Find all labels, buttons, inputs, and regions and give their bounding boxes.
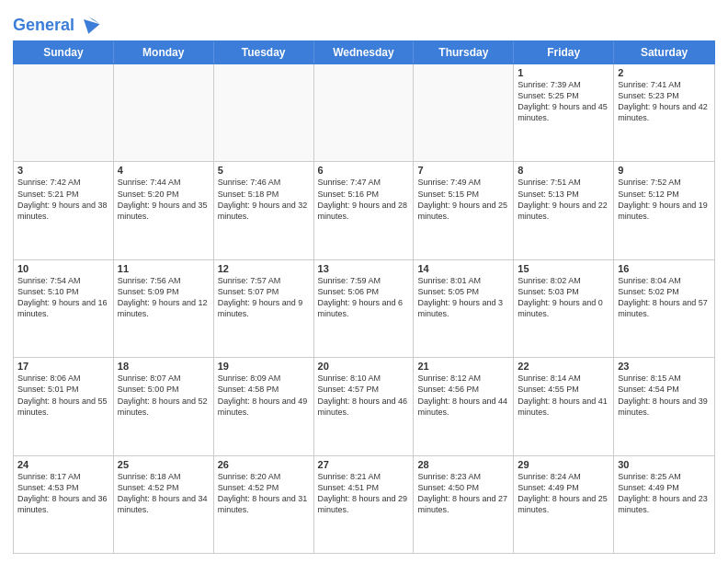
weekday-header-monday: Monday bbox=[114, 41, 214, 63]
day-number: 8 bbox=[518, 165, 609, 176]
cell-info: Sunrise: 8:04 AM Sunset: 5:02 PM Dayligh… bbox=[618, 275, 711, 320]
day-number: 4 bbox=[118, 165, 210, 176]
cell-info: Sunrise: 7:52 AM Sunset: 5:12 PM Dayligh… bbox=[618, 177, 711, 222]
cell-info: Sunrise: 8:07 AM Sunset: 5:00 PM Dayligh… bbox=[118, 373, 210, 418]
calendar-day-21: 21Sunrise: 8:12 AM Sunset: 4:56 PM Dayli… bbox=[414, 358, 514, 454]
day-number: 18 bbox=[118, 361, 210, 372]
day-number: 7 bbox=[417, 165, 509, 176]
calendar-day-5: 5Sunrise: 7:46 AM Sunset: 5:18 PM Daylig… bbox=[214, 162, 314, 259]
day-number: 19 bbox=[218, 361, 310, 372]
calendar-empty-cell bbox=[114, 64, 214, 161]
calendar-day-26: 26Sunrise: 8:20 AM Sunset: 4:52 PM Dayli… bbox=[214, 456, 314, 553]
weekday-header-saturday: Saturday bbox=[614, 41, 714, 63]
day-number: 20 bbox=[318, 361, 410, 372]
day-number: 22 bbox=[518, 361, 609, 372]
calendar-row-1: 1Sunrise: 7:39 AM Sunset: 5:25 PM Daylig… bbox=[14, 64, 714, 162]
calendar-row-4: 17Sunrise: 8:06 AM Sunset: 5:01 PM Dayli… bbox=[14, 358, 714, 455]
day-number: 30 bbox=[618, 459, 711, 470]
header: General bbox=[13, 9, 715, 35]
cell-info: Sunrise: 8:15 AM Sunset: 4:54 PM Dayligh… bbox=[618, 373, 711, 418]
day-number: 27 bbox=[318, 459, 410, 470]
cell-info: Sunrise: 7:44 AM Sunset: 5:20 PM Dayligh… bbox=[118, 177, 210, 222]
calendar-day-16: 16Sunrise: 8:04 AM Sunset: 5:02 PM Dayli… bbox=[614, 260, 714, 357]
cell-info: Sunrise: 8:24 AM Sunset: 4:49 PM Dayligh… bbox=[518, 471, 609, 516]
cell-info: Sunrise: 8:25 AM Sunset: 4:49 PM Dayligh… bbox=[618, 471, 711, 516]
day-number: 15 bbox=[518, 263, 609, 274]
cell-info: Sunrise: 7:56 AM Sunset: 5:09 PM Dayligh… bbox=[118, 275, 210, 320]
day-number: 2 bbox=[618, 67, 711, 78]
calendar-row-5: 24Sunrise: 8:17 AM Sunset: 4:53 PM Dayli… bbox=[14, 456, 714, 553]
calendar-day-18: 18Sunrise: 8:07 AM Sunset: 5:00 PM Dayli… bbox=[114, 358, 214, 454]
calendar-day-8: 8Sunrise: 7:51 AM Sunset: 5:13 PM Daylig… bbox=[514, 162, 614, 259]
calendar-day-22: 22Sunrise: 8:14 AM Sunset: 4:55 PM Dayli… bbox=[514, 358, 614, 454]
day-number: 21 bbox=[417, 361, 509, 372]
day-number: 9 bbox=[618, 165, 711, 176]
cell-info: Sunrise: 7:42 AM Sunset: 5:21 PM Dayligh… bbox=[17, 177, 109, 222]
day-number: 23 bbox=[618, 361, 711, 372]
logo-icon bbox=[77, 13, 103, 39]
day-number: 3 bbox=[17, 165, 109, 176]
weekday-header-tuesday: Tuesday bbox=[214, 41, 314, 63]
day-number: 17 bbox=[17, 361, 109, 372]
calendar-day-1: 1Sunrise: 7:39 AM Sunset: 5:25 PM Daylig… bbox=[514, 64, 614, 161]
day-number: 10 bbox=[17, 263, 109, 274]
day-number: 11 bbox=[118, 263, 210, 274]
svg-marker-0 bbox=[84, 19, 100, 34]
calendar-day-11: 11Sunrise: 7:56 AM Sunset: 5:09 PM Dayli… bbox=[114, 260, 214, 357]
day-number: 13 bbox=[318, 263, 410, 274]
weekday-header-wednesday: Wednesday bbox=[314, 41, 415, 63]
day-number: 25 bbox=[118, 459, 210, 470]
day-number: 29 bbox=[518, 459, 609, 470]
logo-text: General bbox=[13, 17, 74, 35]
calendar-day-10: 10Sunrise: 7:54 AM Sunset: 5:10 PM Dayli… bbox=[14, 260, 114, 357]
day-number: 5 bbox=[218, 165, 310, 176]
calendar-day-25: 25Sunrise: 8:18 AM Sunset: 4:52 PM Dayli… bbox=[114, 456, 214, 553]
calendar-day-17: 17Sunrise: 8:06 AM Sunset: 5:01 PM Dayli… bbox=[14, 358, 114, 454]
cell-info: Sunrise: 8:17 AM Sunset: 4:53 PM Dayligh… bbox=[17, 471, 109, 516]
day-number: 6 bbox=[318, 165, 410, 176]
cell-info: Sunrise: 8:01 AM Sunset: 5:05 PM Dayligh… bbox=[417, 275, 509, 320]
cell-info: Sunrise: 7:39 AM Sunset: 5:25 PM Dayligh… bbox=[518, 79, 609, 124]
cell-info: Sunrise: 7:46 AM Sunset: 5:18 PM Dayligh… bbox=[218, 177, 310, 222]
calendar-empty-cell bbox=[14, 64, 114, 161]
calendar: SundayMondayTuesdayWednesdayThursdayFrid… bbox=[13, 40, 715, 554]
cell-info: Sunrise: 7:47 AM Sunset: 5:16 PM Dayligh… bbox=[318, 177, 410, 222]
cell-info: Sunrise: 7:49 AM Sunset: 5:15 PM Dayligh… bbox=[417, 177, 509, 222]
cell-info: Sunrise: 8:18 AM Sunset: 4:52 PM Dayligh… bbox=[118, 471, 210, 516]
cell-info: Sunrise: 7:41 AM Sunset: 5:23 PM Dayligh… bbox=[618, 79, 711, 124]
calendar-day-6: 6Sunrise: 7:47 AM Sunset: 5:16 PM Daylig… bbox=[314, 162, 415, 259]
cell-info: Sunrise: 7:54 AM Sunset: 5:10 PM Dayligh… bbox=[17, 275, 109, 320]
page: General SundayMondayTuesdayWednesdayThur… bbox=[0, 0, 728, 563]
calendar-day-12: 12Sunrise: 7:57 AM Sunset: 5:07 PM Dayli… bbox=[214, 260, 314, 357]
calendar-day-30: 30Sunrise: 8:25 AM Sunset: 4:49 PM Dayli… bbox=[614, 456, 714, 553]
calendar-day-7: 7Sunrise: 7:49 AM Sunset: 5:15 PM Daylig… bbox=[414, 162, 514, 259]
calendar-empty-cell bbox=[214, 64, 314, 161]
logo: General bbox=[13, 13, 103, 35]
calendar-day-24: 24Sunrise: 8:17 AM Sunset: 4:53 PM Dayli… bbox=[14, 456, 114, 553]
cell-info: Sunrise: 8:21 AM Sunset: 4:51 PM Dayligh… bbox=[318, 471, 410, 516]
calendar-day-14: 14Sunrise: 8:01 AM Sunset: 5:05 PM Dayli… bbox=[414, 260, 514, 357]
calendar-day-2: 2Sunrise: 7:41 AM Sunset: 5:23 PM Daylig… bbox=[614, 64, 714, 161]
cell-info: Sunrise: 8:06 AM Sunset: 5:01 PM Dayligh… bbox=[17, 373, 109, 418]
calendar-day-4: 4Sunrise: 7:44 AM Sunset: 5:20 PM Daylig… bbox=[114, 162, 214, 259]
calendar-day-15: 15Sunrise: 8:02 AM Sunset: 5:03 PM Dayli… bbox=[514, 260, 614, 357]
calendar-day-28: 28Sunrise: 8:23 AM Sunset: 4:50 PM Dayli… bbox=[414, 456, 514, 553]
calendar-day-13: 13Sunrise: 7:59 AM Sunset: 5:06 PM Dayli… bbox=[314, 260, 415, 357]
weekday-header-thursday: Thursday bbox=[414, 41, 514, 63]
calendar-empty-cell bbox=[314, 64, 415, 161]
calendar-row-3: 10Sunrise: 7:54 AM Sunset: 5:10 PM Dayli… bbox=[14, 260, 714, 358]
cell-info: Sunrise: 8:12 AM Sunset: 4:56 PM Dayligh… bbox=[417, 373, 509, 418]
day-number: 14 bbox=[417, 263, 509, 274]
cell-info: Sunrise: 7:59 AM Sunset: 5:06 PM Dayligh… bbox=[318, 275, 410, 320]
calendar-day-27: 27Sunrise: 8:21 AM Sunset: 4:51 PM Dayli… bbox=[314, 456, 415, 553]
cell-info: Sunrise: 7:51 AM Sunset: 5:13 PM Dayligh… bbox=[518, 177, 609, 222]
calendar-day-20: 20Sunrise: 8:10 AM Sunset: 4:57 PM Dayli… bbox=[314, 358, 415, 454]
cell-info: Sunrise: 8:02 AM Sunset: 5:03 PM Dayligh… bbox=[518, 275, 609, 320]
day-number: 16 bbox=[618, 263, 711, 274]
calendar-day-19: 19Sunrise: 8:09 AM Sunset: 4:58 PM Dayli… bbox=[214, 358, 314, 454]
day-number: 26 bbox=[218, 459, 310, 470]
cell-info: Sunrise: 8:20 AM Sunset: 4:52 PM Dayligh… bbox=[218, 471, 310, 516]
calendar-body: 1Sunrise: 7:39 AM Sunset: 5:25 PM Daylig… bbox=[13, 64, 715, 554]
day-number: 12 bbox=[218, 263, 310, 274]
calendar-day-23: 23Sunrise: 8:15 AM Sunset: 4:54 PM Dayli… bbox=[614, 358, 714, 454]
